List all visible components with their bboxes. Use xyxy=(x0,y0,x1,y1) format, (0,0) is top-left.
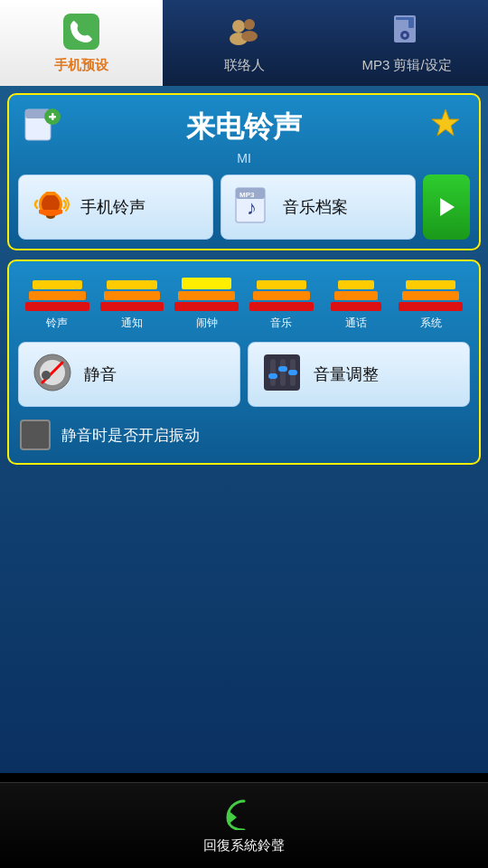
bar-bot xyxy=(174,302,239,311)
bar-top xyxy=(107,280,156,289)
svg-marker-15 xyxy=(432,109,459,136)
bar-mid xyxy=(334,291,377,300)
svg-rect-9 xyxy=(408,19,414,28)
bar-top xyxy=(338,280,373,289)
bar-ringtone[interactable]: 铃声 xyxy=(22,280,93,331)
bar-mid xyxy=(402,291,459,300)
svg-rect-0 xyxy=(63,14,99,50)
svg-point-8 xyxy=(403,33,407,37)
mp3-edit-icon xyxy=(387,12,427,52)
svg-rect-32 xyxy=(268,373,277,379)
svg-point-1 xyxy=(232,20,245,33)
bottom-bar[interactable]: 回復系統鈴聲 xyxy=(0,782,488,868)
svg-rect-33 xyxy=(278,366,287,372)
bar-music[interactable]: 音乐 xyxy=(246,280,317,331)
svg-rect-14 xyxy=(52,113,54,120)
phone-ringtone-button[interactable]: 手机铃声 xyxy=(18,175,213,240)
tab-mp3-edit[interactable]: MP3 剪辑/设定 xyxy=(325,0,488,86)
tab-contacts-label: 联络人 xyxy=(224,57,265,74)
bar-alarm[interactable]: 闹钟 xyxy=(171,278,242,331)
vibrate-checkbox[interactable] xyxy=(20,420,51,450)
ringtone-header: 来电铃声 xyxy=(18,104,470,149)
restore-label: 回復系統鈴聲 xyxy=(203,837,285,854)
svg-point-4 xyxy=(241,31,258,42)
star-icon[interactable] xyxy=(425,104,466,146)
volume-adjust-label: 音量调整 xyxy=(314,363,379,385)
mute-label: 静音 xyxy=(84,363,117,385)
tab-phone-preset[interactable]: 手机预设 xyxy=(0,0,163,86)
restore-icon xyxy=(224,797,264,834)
svg-point-27 xyxy=(42,371,51,380)
bar-bot xyxy=(399,302,463,311)
svg-rect-34 xyxy=(288,370,297,375)
mute-volume-row: 静音 音量调整 xyxy=(18,342,470,407)
play-button[interactable] xyxy=(423,175,470,240)
mute-button[interactable]: 静音 xyxy=(18,342,240,407)
mute-icon xyxy=(30,350,75,399)
volume-adjust-button[interactable]: 音量调整 xyxy=(248,342,470,407)
ringtone-subtitle: MI xyxy=(18,151,470,165)
tab-mp3-edit-label: MP3 剪辑/设定 xyxy=(361,57,451,74)
bar-mid xyxy=(253,291,310,300)
phone-preset-icon xyxy=(61,12,101,52)
phone-ringtone-label: 手机铃声 xyxy=(80,196,145,218)
svg-rect-29 xyxy=(270,359,276,386)
main-content: 来电铃声 MI xyxy=(0,86,488,773)
tab-bar: 手机预设 联络人 MP3 剪辑/设定 xyxy=(0,0,488,86)
volume-bars-row: 铃声 通知 闹钟 xyxy=(18,270,470,335)
tab-contacts[interactable]: 联络人 xyxy=(163,0,325,86)
svg-text:♪: ♪ xyxy=(247,196,257,219)
svg-marker-24 xyxy=(440,198,455,216)
svg-rect-18 xyxy=(45,192,56,195)
bar-notify-label: 通知 xyxy=(121,316,143,331)
music-file-icon: MP3 ♪ xyxy=(232,184,274,230)
volume-panel: 铃声 通知 闹钟 xyxy=(7,259,481,465)
music-file-label: 音乐档案 xyxy=(283,196,348,218)
bar-call-label: 通话 xyxy=(345,316,367,331)
bar-notify[interactable]: 通知 xyxy=(97,280,168,331)
ringtone-buttons: 手机铃声 MP3 ♪ 音乐档案 xyxy=(18,175,470,240)
ringtone-title: 来电铃声 xyxy=(186,108,302,147)
bar-system-label: 系统 xyxy=(420,316,442,331)
volume-adjust-icon xyxy=(259,350,305,399)
bar-mid xyxy=(29,291,86,300)
bar-alarm-label: 闹钟 xyxy=(196,316,218,331)
bar-system[interactable]: 系统 xyxy=(395,280,466,331)
bar-top xyxy=(257,280,306,289)
contacts-icon xyxy=(224,12,264,52)
svg-marker-35 xyxy=(228,810,237,825)
bar-bot xyxy=(100,302,164,311)
bar-mid xyxy=(104,291,161,300)
music-file-button[interactable]: MP3 ♪ 音乐档案 xyxy=(221,175,416,240)
vibrate-label: 静音时是否开启振动 xyxy=(61,425,200,446)
bar-ringtone-label: 铃声 xyxy=(46,316,68,331)
add-ringtone-icon[interactable] xyxy=(22,104,63,146)
bar-top xyxy=(33,280,82,289)
bar-top xyxy=(406,280,455,289)
bar-music-label: 音乐 xyxy=(270,316,292,331)
tab-phone-preset-label: 手机预设 xyxy=(54,57,108,74)
bar-bot xyxy=(25,302,89,311)
bar-mid xyxy=(178,291,235,300)
bar-top xyxy=(182,278,231,289)
bar-bot xyxy=(331,302,380,311)
ringtone-panel: 来电铃声 MI xyxy=(7,93,481,250)
svg-point-3 xyxy=(244,19,255,30)
bar-call[interactable]: 通话 xyxy=(321,280,392,331)
vibrate-row: 静音时是否开启振动 xyxy=(18,416,470,454)
svg-rect-30 xyxy=(280,359,286,386)
bar-bot xyxy=(249,302,314,311)
bell-icon xyxy=(30,184,71,230)
